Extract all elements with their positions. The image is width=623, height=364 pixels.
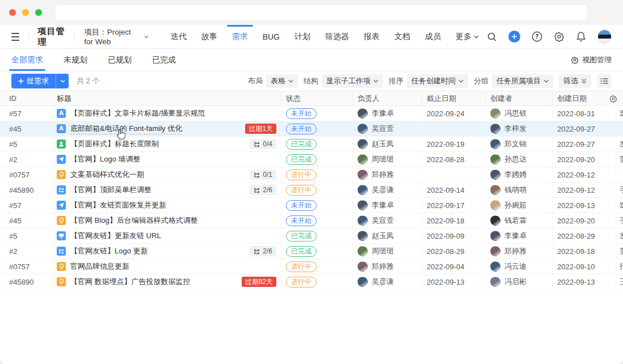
nav-item-8[interactable]: 文档 (387, 25, 418, 48)
avatar (490, 170, 500, 180)
status-badge[interactable]: 已完成 (286, 231, 317, 242)
overdue-badge: 过期82天 (242, 277, 276, 287)
table-row[interactable]: #45【官网 Blog】后台编辑器样式格式调整未开始吴宣萱2022-09-18钱… (0, 213, 623, 228)
task-title[interactable]: 文案基础样式优化一期 (70, 170, 144, 180)
view-tab-3[interactable]: 已规划 (108, 49, 132, 71)
table-row[interactable]: #2【官网】Logo 墙调整已完成周琎琎2022-08-28孙思达2022-09… (0, 152, 623, 167)
assignee: 李豫卓 (353, 198, 422, 213)
status-badge[interactable]: 未开始 (286, 215, 317, 226)
creator: 李梓发 (486, 121, 553, 136)
view-manage-button[interactable]: 视图管理 (571, 55, 612, 65)
status-badge[interactable]: 进行中 (286, 170, 317, 180)
status-badge[interactable]: 已完成 (286, 246, 317, 257)
user-avatar[interactable] (597, 29, 612, 44)
settings-gear-icon[interactable] (553, 31, 565, 43)
close-window-button[interactable] (9, 9, 16, 16)
subtask-count[interactable]: 2/6 (250, 246, 276, 256)
task-title[interactable]: 【页面样式】标题长度限制 (70, 139, 159, 149)
control-value-dropdown[interactable]: 显示子工作项 (322, 74, 383, 88)
nav-item-7[interactable]: 报表 (356, 25, 387, 48)
view-tab-4[interactable]: 已完成 (152, 49, 176, 71)
search-icon[interactable] (486, 31, 498, 43)
task-title[interactable]: 【官网友链】更新友链 URL (70, 231, 161, 241)
task-title[interactable]: 【官网 Blog】后台编辑器样式格式调整 (70, 215, 198, 226)
task-title[interactable]: 【官网】顶部菜单栏调整 (70, 185, 151, 195)
status-badge[interactable]: 进行中 (286, 277, 317, 287)
view-tab-2[interactable]: 未规划 (64, 49, 87, 71)
table-row[interactable]: #0757文案基础样式优化一期0/1进行中郑婷雅李娉娉2022-09-12 (0, 167, 623, 183)
table-row[interactable]: #5【页面样式】标题长度限制0/4已完成赵玉凤2022-09-19郑文锦2022… (0, 137, 623, 152)
create-requirement-dropdown[interactable] (56, 74, 69, 88)
help-icon[interactable]: ? (531, 31, 542, 43)
task-title-cell[interactable]: A底部邮箱&电话的 Font-family 优化过期1天 (54, 121, 281, 136)
hamburger-menu-icon[interactable] (11, 33, 19, 41)
control-value-dropdown[interactable]: 任务所属项目 (492, 74, 553, 88)
task-title-cell[interactable]: 【官网 数据埋点】广告投放数据监控过期82天 (54, 274, 281, 289)
status-badge[interactable]: 已完成 (286, 139, 317, 150)
task-title[interactable]: 底部邮箱&电话的 Font-family 优化 (70, 124, 182, 134)
task-title-cell[interactable]: 【官网】友链页面恢复并更新 (54, 198, 281, 213)
table-row[interactable]: #45890【官网 数据埋点】广告投放数据监控过期82天进行中吴彦谦2022-0… (0, 274, 623, 290)
nav-item-2[interactable]: 故事 (194, 25, 225, 48)
nav-item-3[interactable]: 需求 (225, 25, 255, 48)
nav-item-label: 需求 (232, 32, 248, 42)
subtask-count[interactable]: 0/4 (250, 139, 276, 149)
minimize-window-button[interactable] (22, 9, 29, 16)
task-title[interactable]: 【官网 数据埋点】广告投放数据监控 (70, 277, 191, 287)
maximize-window-button[interactable] (35, 9, 42, 16)
nav-item-9[interactable]: 成员 (418, 25, 448, 48)
filter-button[interactable]: 筛选 (559, 74, 591, 88)
plus-icon (18, 78, 24, 84)
column-settings-gear-icon[interactable] (606, 91, 617, 106)
task-title[interactable]: 【页面样式】文章卡片标题/摘要显示规范 (70, 108, 205, 118)
table-row[interactable]: #57A【页面样式】文章卡片标题/摘要显示规范未开始李豫卓2022-09-24冯… (0, 106, 623, 121)
status-badge[interactable]: 未开始 (286, 200, 317, 211)
task-title[interactable]: 官网品牌信息更新 (70, 261, 129, 272)
subtask-count-text: 2/6 (263, 186, 272, 194)
task-title-cell[interactable]: 文案基础样式优化一期0/1 (54, 167, 281, 182)
subtask-count[interactable]: 0/1 (250, 170, 276, 180)
task-title-cell[interactable]: 【官网】顶部菜单栏调整2/6 (54, 183, 281, 197)
create-requirement-button[interactable]: 提需求 (11, 74, 69, 88)
bulb-icon (57, 262, 66, 271)
status-badge[interactable]: 未开始 (286, 108, 317, 119)
task-title-cell[interactable]: 【官网友链】Logo 更新2/6 (54, 244, 281, 259)
nav-item-6[interactable]: 筛选器 (318, 25, 356, 48)
nav-item-1[interactable]: 迭代 (163, 25, 194, 48)
nav-item-10[interactable]: 更多 (448, 25, 486, 48)
nav-item-4[interactable]: BUG (255, 25, 287, 48)
task-title-cell[interactable]: 官网品牌信息更新 (54, 259, 281, 274)
status-badge[interactable]: 进行中 (286, 185, 317, 196)
task-title[interactable]: 【官网】友链页面恢复并更新 (70, 200, 166, 210)
table-row[interactable]: #45890【官网】顶部菜单栏调整2/6进行中吴彦谦2022-09-14钱萌萌2… (0, 183, 623, 198)
table-row[interactable]: #2【官网友链】Logo 更新2/6已完成周琎琎2022-08-29郑婷雅202… (0, 244, 623, 259)
project-selector[interactable]: 项目：Project for Web (84, 27, 148, 46)
notifications-bell-icon[interactable] (575, 31, 587, 43)
nav-item-5[interactable]: 计划 (287, 25, 318, 48)
due-date: 2022-09-13 (422, 274, 486, 289)
table-row[interactable]: #57【官网】友链页面恢复并更新未开始李豫卓2022-09-17孙婉茹2022-… (0, 198, 623, 213)
browser-bar (0, 0, 623, 25)
task-title-cell[interactable]: 【官网友链】更新友链 URL (54, 228, 281, 243)
task-title[interactable]: 【官网】Logo 墙调整 (70, 154, 141, 164)
status-badge[interactable]: 未开始 (286, 124, 317, 134)
assignee: 赵玉凤 (353, 228, 422, 243)
list-view-icon[interactable] (597, 74, 612, 88)
status-badge[interactable]: 进行中 (286, 261, 317, 272)
table-row[interactable]: #0757官网品牌信息更新进行中郑婷雅2022-09-04冯云迪2022-09-… (0, 259, 623, 274)
address-bar[interactable] (56, 5, 587, 20)
create-new-button[interactable] (508, 31, 520, 43)
control-label: 排序 (389, 76, 403, 86)
task-title-cell[interactable]: 【官网】Logo 墙调整 (54, 152, 281, 167)
table-row[interactable]: #45A底部邮箱&电话的 Font-family 优化过期1天未开始吴宣萱李梓发… (0, 121, 623, 137)
view-tab-1[interactable]: 全部需求 (11, 49, 43, 71)
task-title[interactable]: 【官网友链】Logo 更新 (70, 246, 148, 256)
task-title-cell[interactable]: 【页面样式】标题长度限制0/4 (54, 137, 281, 151)
subtask-count[interactable]: 2/6 (250, 185, 276, 195)
status-badge[interactable]: 已完成 (286, 154, 317, 165)
table-row[interactable]: #5【官网友链】更新友链 URL已完成赵玉凤2022-09-09李豫卓2022-… (0, 228, 623, 244)
control-value-dropdown[interactable]: 任务创建时间 (407, 74, 468, 88)
task-title-cell[interactable]: A【页面样式】文章卡片标题/摘要显示规范 (54, 106, 281, 121)
control-value-dropdown[interactable]: 表格 (266, 74, 298, 88)
task-title-cell[interactable]: 【官网 Blog】后台编辑器样式格式调整 (54, 213, 281, 228)
